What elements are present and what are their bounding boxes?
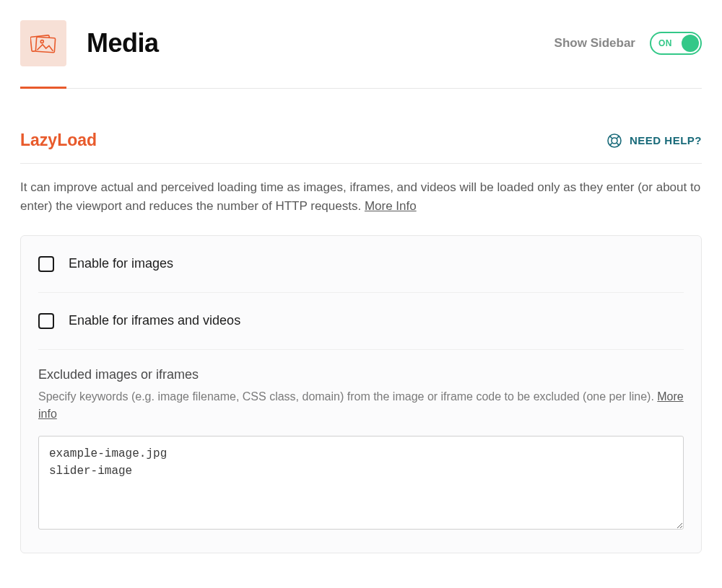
need-help-text: NEED HELP? <box>630 134 702 146</box>
media-icon-box <box>20 20 66 66</box>
page-header: Media Show Sidebar ON <box>20 20 702 88</box>
svg-line-5 <box>610 136 613 139</box>
page-title: Media <box>87 28 159 58</box>
sidebar-toggle[interactable]: ON <box>650 32 702 55</box>
excluded-title: Excluded images or iframes <box>38 367 684 382</box>
options-card: Enable for images Enable for iframes and… <box>20 235 702 553</box>
excluded-description-text: Specify keywords (e.g. image filename, C… <box>38 390 657 403</box>
label-enable-images: Enable for images <box>69 256 173 271</box>
checkbox-enable-iframes[interactable] <box>38 313 54 329</box>
option-enable-iframes: Enable for iframes and videos <box>38 293 684 350</box>
description-text: It can improve actual and perceived load… <box>20 180 700 213</box>
section-header: LazyLoad NEED HELP? <box>20 131 702 164</box>
media-images-icon <box>30 32 56 55</box>
svg-point-4 <box>612 138 617 144</box>
toggle-knob <box>682 35 699 52</box>
excluded-textarea-wrap <box>38 436 684 532</box>
svg-line-8 <box>610 142 613 145</box>
label-enable-iframes: Enable for iframes and videos <box>69 313 240 328</box>
lazyload-section: LazyLoad NEED HELP? It can improve actua… <box>20 131 702 553</box>
tab-indicator <box>20 88 702 89</box>
svg-line-7 <box>617 136 619 139</box>
toggle-on-label: ON <box>658 38 672 48</box>
lifebuoy-icon <box>606 133 622 149</box>
header-right: Show Sidebar ON <box>554 32 702 55</box>
svg-line-6 <box>617 142 619 145</box>
show-sidebar-label: Show Sidebar <box>554 36 635 51</box>
section-description: It can improve actual and perceived load… <box>20 178 702 216</box>
need-help-link[interactable]: NEED HELP? <box>606 133 702 149</box>
excluded-keywords-input[interactable] <box>38 436 684 530</box>
option-enable-images: Enable for images <box>38 236 684 293</box>
header-left: Media <box>20 20 159 66</box>
section-title: LazyLoad <box>20 131 97 150</box>
excluded-description: Specify keywords (e.g. image filename, C… <box>38 388 684 423</box>
more-info-link[interactable]: More Info <box>365 199 417 213</box>
checkbox-enable-images[interactable] <box>38 256 54 272</box>
excluded-section: Excluded images or iframes Specify keywo… <box>38 350 684 553</box>
